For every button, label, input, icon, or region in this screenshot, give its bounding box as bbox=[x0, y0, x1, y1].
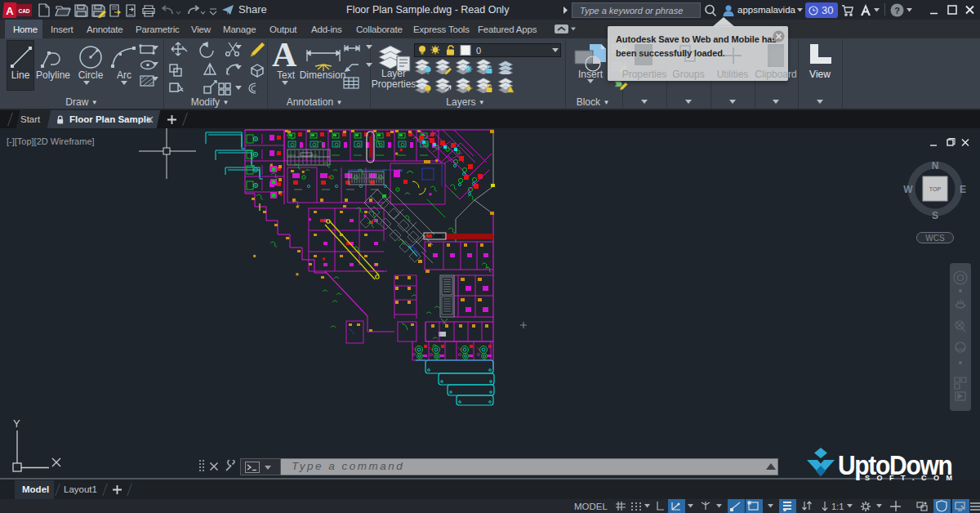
svg-text:0: 0 bbox=[476, 46, 481, 56]
svg-text:TOP: TOP bbox=[929, 186, 942, 192]
svg-text:?: ? bbox=[894, 6, 900, 16]
svg-text:W: W bbox=[903, 184, 913, 195]
svg-text:S: S bbox=[932, 210, 938, 221]
svg-text:Y: Y bbox=[13, 417, 20, 430]
svg-text:CAD: CAD bbox=[18, 8, 29, 14]
svg-text:A: A bbox=[6, 5, 14, 17]
svg-text:N: N bbox=[932, 160, 939, 172]
svg-text:E: E bbox=[960, 184, 966, 195]
